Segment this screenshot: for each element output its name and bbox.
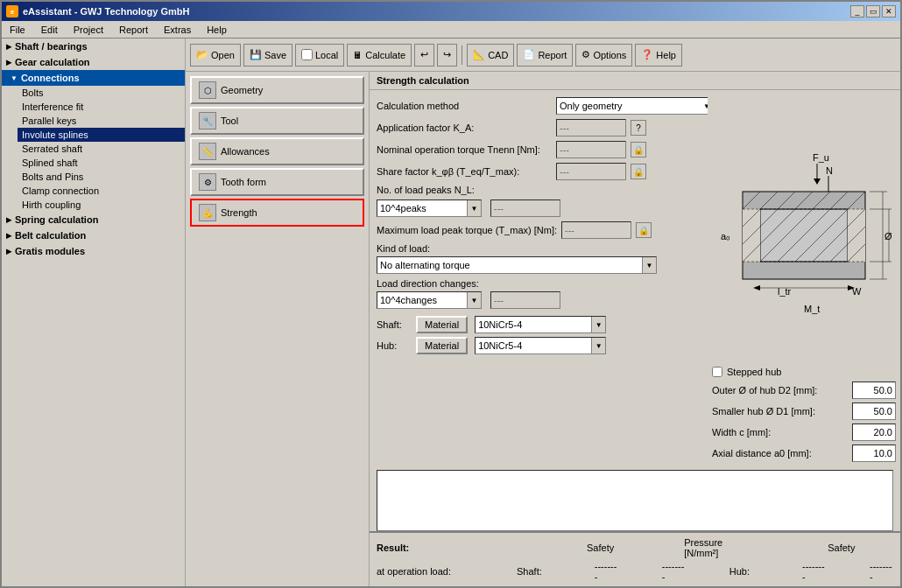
open-button[interactable]: 📂 Open bbox=[190, 44, 241, 66]
width-input[interactable] bbox=[852, 424, 896, 441]
sidebar-item-bolts[interactable]: Bolts bbox=[18, 86, 185, 100]
left-nav: ⬡ Geometry 🔧 Tool 📏 Allowances ⚙ Tooth f… bbox=[186, 72, 370, 586]
memo-area[interactable] bbox=[377, 470, 893, 531]
pressure-label-1: Pressure [N/mm²] bbox=[684, 537, 722, 558]
stepped-hub-label: Stepped hub bbox=[727, 367, 781, 377]
calculate-button[interactable]: 🖩 Calculate bbox=[347, 44, 412, 66]
load-peaks-input[interactable] bbox=[490, 200, 560, 217]
share-factor-input[interactable] bbox=[556, 163, 626, 180]
help-button[interactable]: ❓ Help bbox=[635, 44, 682, 66]
kind-of-load-arrow-icon[interactable]: ▼ bbox=[642, 257, 656, 273]
tooth-form-icon: ⚙ bbox=[199, 173, 216, 191]
splined-shaft-label: Splined shaft bbox=[22, 158, 78, 168]
strength-button[interactable]: 💪 Strength bbox=[190, 199, 364, 227]
app-icon: e bbox=[6, 5, 18, 18]
report-label: Report bbox=[538, 50, 567, 60]
tool-button[interactable]: 🔧 Tool bbox=[190, 107, 364, 135]
parallel-keys-label: Parallel keys bbox=[22, 116, 76, 126]
shaft-safety-value: -------- bbox=[595, 561, 618, 582]
menu-extras[interactable]: Extras bbox=[160, 24, 194, 36]
menu-help[interactable]: Help bbox=[203, 24, 230, 36]
smaller-hub-input[interactable] bbox=[852, 402, 896, 420]
title-bar: e eAssistant - GWJ Technology GmbH _ ▭ ✕ bbox=[2, 2, 900, 21]
options-label: Options bbox=[593, 50, 626, 60]
sidebar-item-involute-splines[interactable]: Involute splines bbox=[18, 128, 185, 142]
allowances-icon: 📏 bbox=[199, 143, 216, 160]
app-factor-input[interactable] bbox=[556, 119, 626, 136]
load-peaks-row: No. of load peaks N_L: bbox=[377, 185, 701, 195]
d1-label: ØD₁ bbox=[891, 229, 891, 240]
load-peaks-select[interactable]: 10^4peaks ▼ bbox=[377, 200, 482, 217]
hub-material-button[interactable]: Material bbox=[416, 337, 468, 354]
cad-button[interactable]: 📐 CAD bbox=[467, 44, 514, 66]
redo-button[interactable]: ↪ bbox=[437, 44, 457, 66]
stepped-hub-checkbox[interactable] bbox=[712, 367, 722, 377]
sidebar-group-shaft[interactable]: ▶ Shaft / bearings bbox=[2, 38, 185, 54]
kind-of-load-select[interactable]: No alternating torque ▼ bbox=[377, 256, 657, 274]
local-checkbox[interactable] bbox=[301, 49, 313, 60]
diagram-container: F_u N bbox=[712, 94, 896, 367]
sidebar-item-parallel-keys[interactable]: Parallel keys bbox=[18, 114, 185, 128]
load-direction-input[interactable] bbox=[490, 291, 560, 309]
app-factor-help-icon[interactable]: ? bbox=[631, 120, 646, 136]
sidebar-group-spring[interactable]: ▶ Spring calculation bbox=[2, 212, 185, 228]
report-button[interactable]: 📄 Report bbox=[517, 44, 573, 66]
shaft-material-select[interactable]: 10NiCr5-4 ▼ bbox=[475, 316, 606, 333]
tooth-form-button[interactable]: ⚙ Tooth form bbox=[190, 168, 364, 196]
sidebar-group-connections[interactable]: ▼ Connections bbox=[2, 70, 185, 86]
sidebar-item-interference[interactable]: Interference fit bbox=[18, 100, 185, 114]
shaft-material-button[interactable]: Material bbox=[416, 316, 468, 333]
sidebar-item-splined-shaft[interactable]: Splined shaft bbox=[18, 156, 185, 170]
spring-label: Spring calculation bbox=[15, 214, 98, 225]
calc-method-row: Calculation method Only geometry ▼ bbox=[377, 97, 701, 115]
max-load-input[interactable] bbox=[561, 221, 631, 239]
share-factor-row: Share factor k_φβ (T_eq/T_max): 🔒 bbox=[377, 163, 701, 180]
geometry-button[interactable]: ⬡ Geometry bbox=[190, 76, 364, 104]
save-button[interactable]: 💾 Save bbox=[243, 44, 292, 66]
load-direction-select[interactable]: 10^4changes ▼ bbox=[377, 291, 482, 309]
local-checkbox-label[interactable]: Local bbox=[295, 44, 344, 66]
load-peaks-arrow-icon[interactable]: ▼ bbox=[467, 200, 481, 216]
involute-splines-label: Involute splines bbox=[22, 130, 88, 140]
max-load-lock-icon: 🔒 bbox=[636, 222, 652, 238]
sidebar-item-hirth[interactable]: Hirth coupling bbox=[18, 198, 185, 212]
window-title: eAssistant - GWJ Technology GmbH bbox=[23, 6, 190, 17]
close-button[interactable]: ✕ bbox=[882, 5, 896, 18]
undo-button[interactable]: ↩ bbox=[414, 44, 434, 66]
sidebar-group-gear[interactable]: ▶ Gear calculation bbox=[2, 54, 185, 70]
calc-method-label: Calculation method bbox=[377, 101, 552, 111]
redo-icon: ↪ bbox=[443, 49, 451, 60]
hub-row: Hub: Material 10NiCr5-4 ▼ bbox=[377, 337, 701, 354]
sidebar-item-bolts-pins[interactable]: Bolts and Pins bbox=[18, 170, 185, 184]
calculate-icon: 🖩 bbox=[353, 50, 363, 60]
hub-material-btn-label: Material bbox=[425, 340, 459, 351]
bolts-label: Bolts bbox=[22, 88, 43, 98]
minimize-button[interactable]: _ bbox=[850, 5, 864, 18]
sidebar-group-gratis[interactable]: ▶ Gratis modules bbox=[2, 243, 185, 259]
outer-hub-input[interactable] bbox=[852, 382, 896, 399]
hub-material-select[interactable]: 10NiCr5-4 ▼ bbox=[475, 337, 606, 354]
right-panel: Strength calculation Calculation method … bbox=[370, 72, 900, 586]
restore-button[interactable]: ▭ bbox=[866, 5, 880, 18]
menu-project[interactable]: Project bbox=[70, 24, 107, 36]
menu-file[interactable]: File bbox=[6, 24, 29, 36]
load-direction-arrow-icon[interactable]: ▼ bbox=[467, 292, 481, 308]
axial-dist-input[interactable] bbox=[852, 444, 896, 462]
safety-label-1: Safety bbox=[587, 542, 614, 553]
nom-torque-input[interactable] bbox=[556, 141, 626, 158]
a0-label: a₀ bbox=[721, 231, 730, 242]
sidebar-item-clamp[interactable]: Clamp connection bbox=[18, 184, 185, 198]
sidebar-item-serrated-shaft[interactable]: Serrated shaft bbox=[18, 142, 185, 156]
menu-report[interactable]: Report bbox=[116, 24, 152, 36]
nom-torque-icon[interactable]: 🔒 bbox=[631, 142, 646, 158]
width-row: Width c [mm]: bbox=[712, 424, 896, 441]
sidebar-group-belt[interactable]: ▶ Belt calculation bbox=[2, 228, 185, 243]
svg-marker-1 bbox=[814, 178, 821, 185]
shaft-material-arrow-icon[interactable]: ▼ bbox=[591, 317, 605, 332]
options-button[interactable]: ⚙ Options bbox=[575, 44, 632, 66]
hub-material-arrow-icon[interactable]: ▼ bbox=[591, 338, 605, 354]
menu-edit[interactable]: Edit bbox=[38, 24, 61, 36]
allowances-button[interactable]: 📏 Allowances bbox=[190, 137, 364, 165]
calc-method-select[interactable]: Only geometry ▼ bbox=[556, 97, 708, 115]
serrated-shaft-label: Serrated shaft bbox=[22, 144, 82, 154]
